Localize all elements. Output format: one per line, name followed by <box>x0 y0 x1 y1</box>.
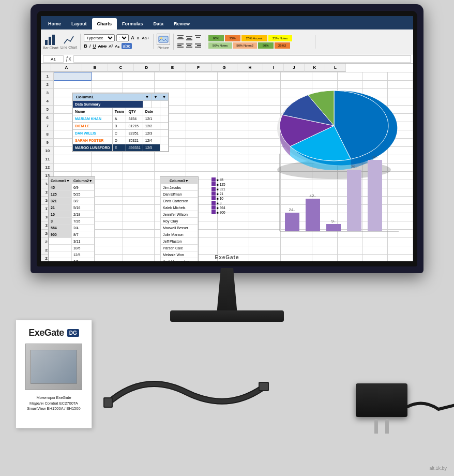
align-left-icon[interactable] <box>177 42 184 49</box>
cell-r2-c5[interactable] <box>218 81 249 89</box>
cell-r2-c4[interactable] <box>186 81 218 89</box>
col-hdr-E[interactable]: E <box>160 64 186 72</box>
bold-btn[interactable]: B <box>84 43 87 49</box>
cell-r23-c2[interactable] <box>123 255 155 262</box>
align-top-icon[interactable] <box>177 35 184 41</box>
underline-btn[interactable]: U <box>93 43 96 49</box>
cell-r23-c7[interactable] <box>281 255 312 262</box>
cell-r23-c11[interactable] <box>388 255 413 262</box>
align-right-icon[interactable] <box>194 42 202 49</box>
cell-r6-c4[interactable] <box>186 114 218 122</box>
cell-r7-c4[interactable] <box>186 122 218 130</box>
cell-r12-c0[interactable] <box>54 163 92 172</box>
chip-accent[interactable]: 25% Accent <box>241 35 267 41</box>
font-size-select[interactable]: 11 <box>116 34 129 41</box>
cell-r21-c2[interactable] <box>123 238 155 246</box>
col-hdr-H[interactable]: H <box>237 64 263 72</box>
cell-r1-c1[interactable] <box>92 72 123 81</box>
cell-r23-c6[interactable] <box>249 255 281 262</box>
chip-notes1[interactable]: 25% Notes <box>268 35 292 41</box>
chip-50[interactable]: 50% <box>258 42 274 49</box>
cell-r12-c1[interactable] <box>92 163 123 172</box>
cell-r11-c5[interactable] <box>218 155 249 163</box>
line-chart-icon[interactable] <box>63 34 74 44</box>
cell-r3-c4[interactable] <box>186 89 218 97</box>
cell-r23-c9[interactable] <box>337 255 362 262</box>
cell-r12-c5[interactable] <box>218 163 249 172</box>
formula-input[interactable] <box>73 55 411 63</box>
cell-r14-c1[interactable] <box>92 180 123 188</box>
align-bottom-icon[interactable] <box>194 35 202 41</box>
chip-notes3[interactable]: 50% Notes2 <box>233 42 257 49</box>
cell-r23-c8[interactable] <box>312 255 337 262</box>
subscript-btn[interactable]: A₂ <box>115 44 119 49</box>
chip-25b[interactable]: 25%2 <box>275 42 290 49</box>
col-hdr-L[interactable]: L <box>325 64 346 72</box>
cell-r18-c1[interactable] <box>92 213 123 221</box>
cell-r22-c5[interactable] <box>218 246 249 255</box>
cell-r2-c0[interactable] <box>54 81 92 89</box>
cell-r17-c1[interactable] <box>92 205 123 213</box>
tab-home[interactable]: Home <box>43 18 66 29</box>
align-center-icon[interactable] <box>186 42 193 49</box>
cell-r12-c2[interactable] <box>123 163 155 172</box>
cell-r1-c3[interactable] <box>155 72 186 81</box>
cell-r4-c4[interactable] <box>186 97 218 106</box>
cell-r2-c1[interactable] <box>92 81 123 89</box>
cell-r16-c1[interactable] <box>92 197 123 205</box>
fill-color-btn[interactable]: abc <box>122 43 132 49</box>
bar-chart-icon[interactable] <box>45 34 56 45</box>
tab-review[interactable]: Review <box>169 18 195 29</box>
cell-r15-c2[interactable] <box>123 188 155 197</box>
cell-r11-c3[interactable] <box>155 155 186 163</box>
cell-r12-c3[interactable] <box>155 163 186 172</box>
cell-r22-c1[interactable] <box>92 246 123 255</box>
col-hdr-F[interactable]: F <box>186 64 211 72</box>
cell-r1-c4[interactable] <box>186 72 218 81</box>
strikethrough-btn[interactable]: ABC <box>98 44 107 49</box>
cell-r5-c5[interactable] <box>218 106 249 114</box>
cell-r3-c5[interactable] <box>218 89 249 97</box>
cell-r20-c1[interactable] <box>92 230 123 238</box>
cell-r11-c1[interactable] <box>92 155 123 163</box>
cell-r9-c4[interactable] <box>186 139 218 147</box>
cell-r9-c5[interactable] <box>218 139 249 147</box>
cell-r15-c1[interactable] <box>92 188 123 197</box>
cell-r21-c1[interactable] <box>92 238 123 246</box>
cell-r8-c5[interactable] <box>218 130 249 139</box>
tab-charts[interactable]: Charts <box>92 18 117 29</box>
cell-r6-c5[interactable] <box>218 114 249 122</box>
col-hdr-G[interactable]: G <box>211 64 237 72</box>
italic-btn[interactable]: I <box>89 43 91 49</box>
cell-r22-c2[interactable] <box>123 246 155 255</box>
cell-r14-c2[interactable] <box>123 180 155 188</box>
col-hdr-I[interactable]: I <box>263 64 284 72</box>
cell-r20-c5[interactable] <box>218 230 249 238</box>
col-hdr-B[interactable]: B <box>82 64 108 72</box>
cell-r2-c3[interactable] <box>155 81 186 89</box>
cell-r13-c2[interactable] <box>123 172 155 180</box>
col-hdr-C[interactable]: C <box>108 64 134 72</box>
col-hdr-D[interactable]: D <box>134 64 160 72</box>
cell-r11-c2[interactable] <box>123 155 155 163</box>
cell-r1-c2[interactable] <box>123 72 155 81</box>
col-hdr-J[interactable]: J <box>284 64 305 72</box>
cell-r4-c5[interactable] <box>218 97 249 106</box>
col-hdr-K[interactable]: K <box>305 64 325 72</box>
align-mid-icon[interactable] <box>186 35 193 41</box>
tab-data[interactable]: Data <box>148 18 169 29</box>
picture-icon[interactable] <box>157 34 170 45</box>
cell-r10-c5[interactable] <box>218 147 249 155</box>
cell-r2-c2[interactable] <box>123 81 155 89</box>
cell-r18-c2[interactable] <box>123 213 155 221</box>
cell-r13-c1[interactable] <box>92 172 123 180</box>
chip-25[interactable]: 25% <box>225 35 240 41</box>
cell-r10-c4[interactable] <box>186 147 218 155</box>
cell-r1-c0[interactable] <box>54 72 92 81</box>
cell-r21-c5[interactable] <box>218 238 249 246</box>
font-select[interactable]: Typeface <box>84 34 115 41</box>
cell-r16-c2[interactable] <box>123 197 155 205</box>
cell-r19-c5[interactable] <box>218 221 249 230</box>
cell-r1-c5[interactable] <box>218 72 249 81</box>
cell-r8-c4[interactable] <box>186 130 218 139</box>
